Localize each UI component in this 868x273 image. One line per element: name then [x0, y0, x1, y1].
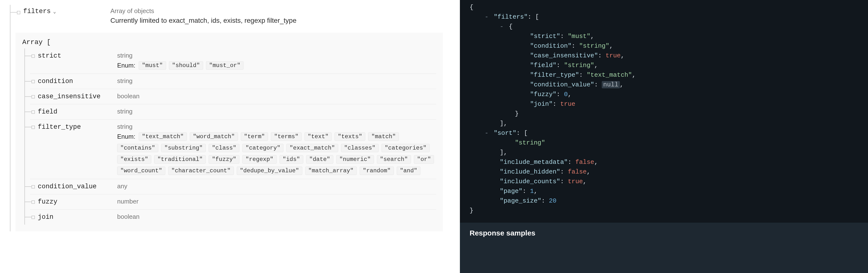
enum-chip: "dedupe_by_value": [237, 166, 302, 175]
property-name: condition_value: [38, 182, 97, 190]
enum-chip: "match": [368, 132, 399, 141]
schema-property: fieldstring: [30, 104, 436, 120]
enum-label: Enum:: [117, 133, 135, 140]
schema-property: filter_typestringEnum:"text_match""word_…: [30, 120, 436, 179]
enum-chip: "class": [209, 144, 239, 152]
tree-node-icon: [30, 214, 35, 220]
nested-schema-box: Array [ strictstringEnum:"must""should""…: [16, 33, 443, 231]
schema-property: fuzzynumber: [30, 194, 436, 210]
enum-chip: "and": [397, 166, 421, 175]
enum-chip: "word_match": [190, 132, 238, 141]
enum-chip: "term": [241, 132, 268, 141]
property-type: boolean: [117, 213, 436, 220]
enum-chip: "numeric": [336, 155, 374, 163]
property-name: filter_type: [38, 123, 81, 131]
enum-chip: "text": [305, 132, 332, 141]
enum-chip: "date": [306, 155, 333, 163]
property-type: string: [117, 52, 436, 59]
enum-chip: "search": [377, 155, 411, 163]
enum-chip: "traditional": [154, 155, 206, 163]
property-type: string: [117, 123, 436, 130]
enum-chip: "classes": [341, 144, 379, 152]
schema-top-field[interactable]: filters ⌄ Array of objects Currently lim…: [16, 5, 443, 25]
enum-chip: "contains": [117, 144, 158, 152]
tree-node-icon: [30, 184, 35, 190]
tree-node-icon: [16, 10, 20, 16]
enum-chip: "exists": [117, 155, 151, 163]
schema-panel: filters ⌄ Array of objects Currently lim…: [0, 0, 460, 273]
schema-property: joinboolean: [30, 210, 436, 224]
property-name: join: [38, 213, 54, 221]
enum-label: Enum:: [117, 62, 135, 69]
property-type: number: [117, 198, 436, 205]
code-panel: { - "filters": [ - { "strict": "must", "…: [460, 0, 868, 273]
enum-chip: "word_count": [117, 166, 165, 175]
property-type: any: [117, 182, 436, 190]
enum-chip: "character_count": [168, 166, 234, 175]
property-type: boolean: [117, 92, 436, 100]
property-name: field: [38, 108, 57, 116]
property-name: case_insensitive: [38, 92, 100, 100]
schema-property: case_insensitiveboolean: [30, 89, 436, 104]
tree-node-icon: [30, 199, 35, 205]
property-type: string: [117, 108, 436, 115]
enum-chip: "texts": [335, 132, 365, 141]
enum-chip: "must": [139, 61, 166, 70]
response-samples-heading: Response samples: [460, 223, 868, 243]
enum-chip: "fuzzy": [209, 155, 239, 163]
property-type: string: [117, 77, 436, 85]
enum-chip: "or": [414, 155, 434, 163]
tree-node-icon: [30, 53, 35, 59]
enum-chip: "text_match": [139, 132, 187, 141]
property-name: fuzzy: [38, 198, 57, 206]
property-name: condition: [38, 77, 73, 85]
enum-chip: "categories": [381, 144, 430, 152]
array-open-label: Array [: [22, 38, 436, 46]
enum-chip: "exact_match": [286, 144, 338, 152]
schema-property: strictstringEnum:"must""should""must_or": [30, 49, 436, 74]
tree-node-icon: [30, 94, 35, 100]
schema-property: conditionstring: [30, 74, 436, 89]
property-enum: Enum:"text_match""word_match""term""term…: [117, 132, 436, 175]
enum-chip: "must_or": [206, 61, 244, 70]
schema-property: condition_valueany: [30, 179, 436, 194]
request-body-json[interactable]: { - "filters": [ - { "strict": "must", "…: [460, 0, 868, 223]
enum-chip: "match_array": [305, 166, 357, 175]
tree-node-icon: [30, 79, 35, 85]
tree-node-icon: [30, 109, 35, 115]
field-type: Array of objects: [111, 7, 438, 15]
enum-chip: "should": [169, 61, 203, 70]
enum-chip: "ids": [280, 155, 303, 163]
enum-chip: "category": [242, 144, 283, 152]
chevron-down-icon: ⌄: [53, 8, 56, 14]
tree-node-icon: [30, 124, 35, 130]
enum-chip: "regexp": [242, 155, 276, 163]
field-description: Currently limited to exact_match, ids, e…: [111, 16, 438, 25]
property-name: strict: [38, 52, 61, 60]
enum-chip: "random": [360, 166, 394, 175]
field-name: filters: [23, 8, 51, 15]
enum-chip: "substring": [161, 144, 206, 152]
property-enum: Enum:"must""should""must_or": [117, 61, 436, 70]
enum-chip: "terms": [271, 132, 302, 141]
